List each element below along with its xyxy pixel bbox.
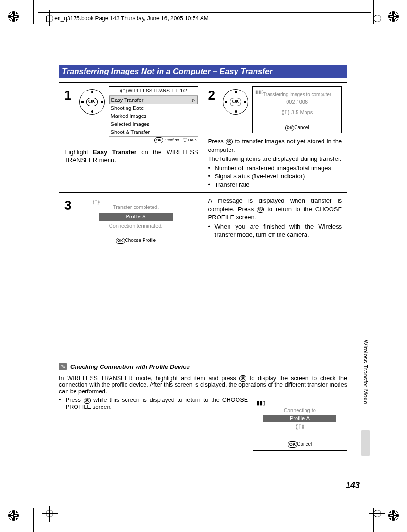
lcd-footer: OK Confirm ⓘ Help — [109, 136, 198, 144]
antenna-icon: ⟪⊺⟫ — [281, 109, 290, 115]
ok-dpad-icon: OK — [79, 89, 105, 115]
ok-icon: Ⓚ — [226, 139, 233, 145]
lcd-menu-item-selected: Easy Transfer▷ — [109, 96, 198, 105]
lcd-footer: OKChoose Profile — [89, 237, 183, 244]
step3-bullets: When you are finished with the Wireless … — [208, 223, 342, 239]
ok-icon: Ⓚ — [257, 207, 264, 213]
step-number-1: 1 — [64, 86, 72, 104]
ok-icon: Ⓚ — [239, 375, 246, 382]
page-title: Transferring Images Not in a Computer – … — [59, 65, 347, 78]
lcd-msg: Transfer completed. — [92, 204, 180, 211]
lcd-profile-bar: Profile-A — [99, 213, 173, 221]
ok-icon: OK — [288, 441, 297, 448]
ok-button-label: OK — [86, 98, 98, 106]
lcd-line: Transferring images to computer — [255, 91, 339, 98]
lcd-menu-item: Shoot & Transfer — [109, 128, 198, 136]
list-item: Number of transferred images/total image… — [208, 164, 342, 173]
ok-button-label: OK — [230, 98, 241, 106]
registration-mark — [43, 507, 56, 520]
ok-dpad-icon: OK — [223, 89, 248, 115]
crop-circle — [388, 11, 399, 22]
chevron-right-icon: ▷ — [192, 97, 195, 103]
step1-description: Highlight Easy Transfer on the WIRELESS … — [64, 148, 198, 165]
note-bullets: Press Ⓚ while this screen is displayed t… — [59, 397, 347, 410]
note-header: ✎ Checking Connection with Profile Devic… — [59, 363, 347, 372]
crop-line — [33, 508, 34, 532]
lcd-title: ⟪⊺⟫WIRELESS TRANSFER 1/2 — [109, 87, 198, 96]
lcd-menu-item: Selected Images — [109, 120, 198, 128]
registration-mark — [371, 507, 383, 520]
step2-description-2: The following items are displayed during… — [208, 155, 342, 163]
ok-icon: Ⓚ — [84, 398, 91, 404]
ok-icon: OK — [154, 137, 164, 143]
crop-line — [373, 508, 374, 532]
ok-icon: OK — [116, 238, 125, 244]
crop-circle — [8, 510, 19, 521]
step2-bullets: Number of transferred images/total image… — [208, 164, 342, 189]
page-number: 143 — [346, 481, 360, 490]
steps-table: 1 OK ⟪⊺⟫WIRELESS TRANSFER 1/2 Easy Trans… — [59, 82, 347, 254]
note-icon: ✎ — [59, 363, 67, 370]
crop-line — [373, 0, 374, 24]
crop-line — [33, 0, 34, 24]
lcd-rate: ⟪⊺⟫ 3.5 Mbps — [255, 109, 339, 116]
lcd-screen-menu: ⟪⊺⟫WIRELESS TRANSFER 1/2 Easy Transfer▷ … — [109, 86, 198, 144]
lcd-screen-transfer: ▮▮▯ Transferring images to computer 002 … — [252, 86, 342, 133]
note-body: In WIRELESS TRANSFER mode, highlight and… — [59, 375, 347, 395]
antenna-icon: ⟪⊺⟫ — [92, 199, 100, 206]
list-item: Press Ⓚ while this screen is displayed t… — [59, 397, 347, 410]
header-text: en_q3175.book Page 143 Thursday, June 16… — [54, 15, 208, 22]
crop-circle — [388, 510, 399, 521]
ok-icon: OK — [285, 125, 295, 131]
step3-description: A message is displayed when transfer is … — [208, 197, 342, 222]
list-item: When you are finished with the Wireless … — [208, 223, 342, 239]
lcd-profile-bar: Profile-A — [263, 415, 336, 422]
registration-mark — [371, 12, 383, 25]
step-number-2: 2 — [208, 86, 216, 104]
running-header: en_q3175.book Page 143 Thursday, June 16… — [38, 12, 371, 25]
list-item: Transfer rate — [208, 181, 342, 189]
lcd-count: 002 / 006 — [255, 99, 339, 106]
list-item: Signal status (five-level indicator) — [208, 172, 342, 181]
step-number-3: 3 — [64, 197, 72, 215]
lcd-screen-complete: ⟪⊺⟫ Transfer completed. Profile-A Connec… — [89, 197, 183, 246]
step2-description: Press Ⓚ to transfer images not yet store… — [208, 137, 342, 154]
lcd-msg: Connection terminated. — [92, 223, 180, 230]
lcd-menu-item: Marked Images — [109, 112, 198, 120]
lcd-menu-item: Shooting Date — [109, 104, 198, 112]
book-icon — [42, 16, 50, 22]
lcd-cancel: OKCancel — [253, 125, 341, 131]
crop-circle — [8, 11, 19, 22]
antenna-icon: ⟪⊺⟫ — [120, 88, 128, 93]
side-tab-marker — [361, 430, 370, 456]
lcd-cancel: OKCancel — [253, 441, 347, 448]
signal-icon: ▮▮▯ — [255, 89, 264, 95]
note-title: Checking Connection with Profile Device — [70, 363, 190, 370]
antenna-icon: ⟪⊺⟫ — [257, 424, 343, 430]
